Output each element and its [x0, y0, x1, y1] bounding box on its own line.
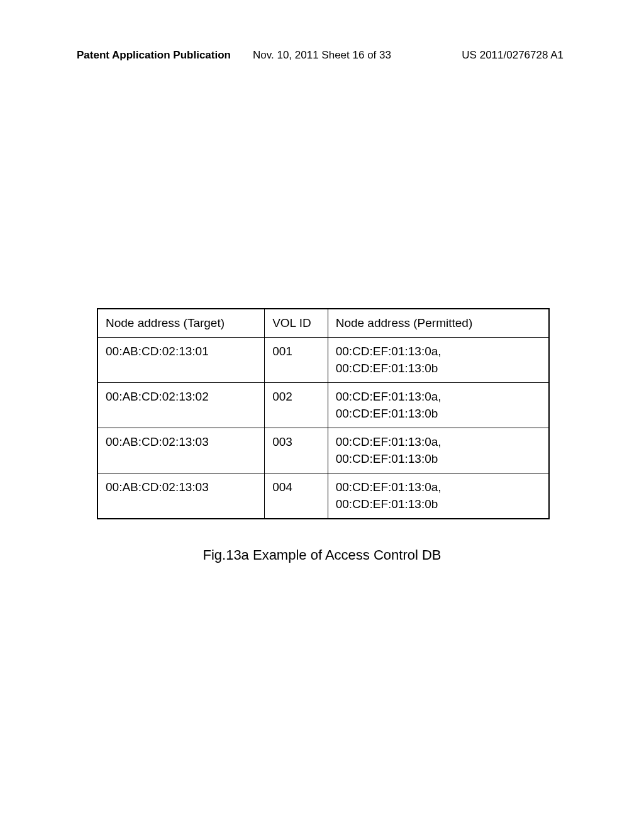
header-date-sheet: Nov. 10, 2011 Sheet 16 of 33	[253, 49, 391, 62]
permitted-line-b: 00:CD:EF:01:13:0b	[336, 452, 438, 465]
permitted-line-b: 00:CD:EF:01:13:0b	[336, 497, 438, 511]
page-header: Patent Application Publication Nov. 10, …	[0, 49, 644, 62]
table-row: 00:AB:CD:02:13:03 003 00:CD:EF:01:13:0a,…	[97, 428, 549, 473]
permitted-line-a: 00:CD:EF:01:13:0a,	[336, 390, 441, 403]
cell-target: 00:AB:CD:02:13:03	[97, 473, 265, 519]
cell-vol: 004	[265, 473, 328, 519]
header-vol-id: VOL ID	[265, 309, 328, 337]
cell-target: 00:AB:CD:02:13:01	[97, 337, 265, 382]
cell-target: 00:AB:CD:02:13:02	[97, 382, 265, 428]
permitted-line-b: 00:CD:EF:01:13:0b	[336, 362, 438, 375]
cell-permitted: 00:CD:EF:01:13:0a, 00:CD:EF:01:13:0b	[328, 428, 549, 473]
table-row: 00:AB:CD:02:13:02 002 00:CD:EF:01:13:0a,…	[97, 382, 549, 428]
cell-vol: 003	[265, 428, 328, 473]
cell-permitted: 00:CD:EF:01:13:0a, 00:CD:EF:01:13:0b	[328, 382, 549, 428]
cell-target: 00:AB:CD:02:13:03	[97, 428, 265, 473]
header-node-permitted: Node address (Permitted)	[328, 309, 549, 337]
permitted-line-b: 00:CD:EF:01:13:0b	[336, 407, 438, 420]
header-publication-label: Patent Application Publication	[77, 49, 231, 62]
content-area: Node address (Target) VOL ID Node addres…	[97, 308, 550, 519]
cell-vol: 002	[265, 382, 328, 428]
table-row: 00:AB:CD:02:13:03 004 00:CD:EF:01:13:0a,…	[97, 473, 549, 519]
cell-permitted: 00:CD:EF:01:13:0a, 00:CD:EF:01:13:0b	[328, 337, 549, 382]
table-row: 00:AB:CD:02:13:01 001 00:CD:EF:01:13:0a,…	[97, 337, 549, 382]
permitted-line-a: 00:CD:EF:01:13:0a,	[336, 345, 441, 358]
figure-caption: Fig.13a Example of Access Control DB	[0, 547, 644, 563]
permitted-line-a: 00:CD:EF:01:13:0a,	[336, 480, 441, 494]
access-control-table: Node address (Target) VOL ID Node addres…	[97, 308, 550, 519]
header-patent-number: US 2011/0276728 A1	[462, 49, 564, 62]
cell-permitted: 00:CD:EF:01:13:0a, 00:CD:EF:01:13:0b	[328, 473, 549, 519]
cell-vol: 001	[265, 337, 328, 382]
table-header-row: Node address (Target) VOL ID Node addres…	[97, 309, 549, 337]
permitted-line-a: 00:CD:EF:01:13:0a,	[336, 435, 441, 448]
header-node-target: Node address (Target)	[97, 309, 265, 337]
